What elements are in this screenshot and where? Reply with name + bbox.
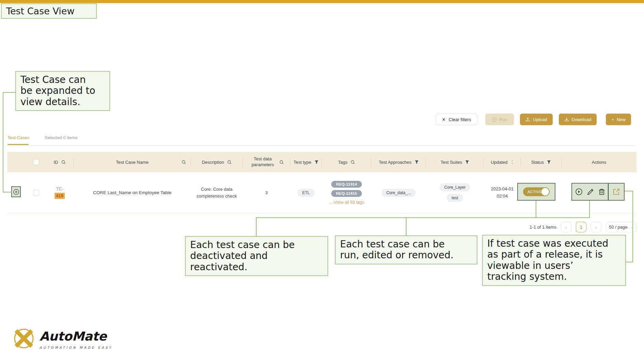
download-label: Download [572, 117, 592, 122]
filter-icon[interactable] [465, 160, 469, 164]
status-toggle-label: ACTIVE [527, 187, 542, 196]
header-updated-label: Updated [491, 160, 507, 165]
release-note: If test case was executed as part of a r… [482, 235, 626, 286]
tabs-divider [7, 145, 637, 146]
row-checkbox-cell [27, 172, 46, 213]
toolbar: ✕ Clear filters Run Upload Download + Ne… [436, 114, 631, 125]
connector-line [632, 191, 633, 262]
run-button[interactable]: Run [485, 114, 514, 125]
header-checkbox-cell [27, 152, 46, 172]
connector-line [589, 201, 590, 218]
clear-icon: ✕ [442, 117, 446, 122]
clear-filters-button[interactable]: ✕ Clear filters [436, 114, 477, 125]
brand-logo: AutoMate AUTOMATION MADE EASY [13, 328, 112, 349]
download-button[interactable]: Download [559, 114, 597, 125]
run-label: Run [500, 117, 508, 122]
test-case-name: CORE Last_Name on Employee Table [74, 172, 191, 213]
row-checkbox[interactable] [33, 190, 39, 196]
sort-icon[interactable] [511, 160, 514, 164]
test-type-pill: ETL [297, 189, 315, 197]
page-size-select[interactable]: 50 / page ⌄ [606, 222, 637, 232]
page-title: Test Case View [6, 6, 74, 16]
upload-icon [525, 117, 530, 122]
updated-date: 2023-04-01 [491, 186, 514, 192]
test-case-description: Core: Core data completeness check [191, 172, 243, 213]
header-suites-label: Test Suites [441, 160, 462, 165]
header-approaches-label: Test Approaches [379, 160, 411, 165]
download-icon [564, 117, 569, 122]
connector-line [256, 217, 590, 218]
tabs-bar: Test Cases Selected 0 items [7, 135, 77, 140]
header-id-label: ID [54, 160, 58, 165]
connector-line [3, 92, 16, 93]
header-id: ID [46, 152, 74, 172]
search-icon[interactable] [279, 160, 284, 164]
brand-name: AutoMate [40, 330, 112, 343]
search-icon[interactable] [61, 160, 66, 164]
select-all-checkbox[interactable] [33, 159, 39, 165]
current-page-button[interactable]: 1 [576, 222, 586, 232]
header-test-data-parameters: Test data parameters [243, 152, 290, 172]
connector-line [3, 192, 12, 192]
connector-line [625, 191, 633, 191]
test-type-cell: ETL [290, 172, 322, 213]
tag-pill: REQ-11915 [331, 190, 362, 197]
expand-plus-button[interactable] [13, 189, 19, 195]
active-tab-underline [7, 144, 29, 145]
header-actions-label: Actions [592, 160, 607, 165]
clear-filters-label: Clear filters [449, 117, 471, 122]
row-id-cell: TC- 419 [46, 172, 74, 213]
header-updated: Updated [484, 152, 521, 172]
top-accent-bar [0, 0, 644, 3]
new-label: New [617, 117, 626, 122]
connector-line [626, 262, 633, 262]
expand-button-highlight [11, 186, 21, 197]
next-page-button[interactable]: › [591, 222, 601, 232]
connector-line [406, 217, 407, 236]
run-test-icon[interactable] [575, 188, 583, 196]
delete-icon[interactable] [598, 188, 605, 196]
page-title-box: Test Case View [1, 3, 97, 19]
actions-highlight [571, 183, 625, 201]
chevron-left-icon: ‹ [565, 224, 567, 230]
filter-icon[interactable] [547, 160, 551, 164]
test-case-id-highlight: 419 [55, 193, 65, 199]
brand-tagline: AUTOMATION MADE EASY [40, 346, 112, 349]
header-status: Status [521, 152, 562, 172]
test-suite-pill: test [447, 194, 463, 202]
test-suite-pill: Core_Layer [440, 183, 471, 191]
filter-icon[interactable] [315, 160, 319, 164]
header-status-label: Status [531, 160, 544, 165]
header-tdp-label: Test data parameters [249, 156, 276, 168]
table-header: ID Test Case Name Description Test data … [7, 152, 637, 172]
pagination: 1-1 of 1 items ‹ 1 › 50 / page ⌄ [530, 222, 637, 232]
header-name-label: Test Case Name [116, 160, 149, 165]
prev-page-button[interactable]: ‹ [561, 222, 571, 232]
upload-button[interactable]: Upload [520, 114, 552, 125]
new-button[interactable]: + New [606, 114, 631, 125]
edit-icon[interactable] [587, 188, 594, 196]
upload-label: Upload [533, 117, 547, 122]
tab-selected-items[interactable]: Selected 0 items [45, 135, 77, 140]
connector-line [256, 217, 257, 236]
search-icon[interactable] [351, 160, 355, 164]
connector-line [3, 92, 3, 192]
search-icon[interactable] [182, 160, 186, 164]
tab-test-cases[interactable]: Test Cases [7, 135, 29, 140]
header-expand-cell [7, 152, 27, 172]
play-circle-icon [492, 117, 497, 122]
test-approach-pill: Core_data_... [382, 189, 416, 197]
connector-line [536, 201, 536, 218]
header-tags: Tags [322, 152, 371, 172]
run-edit-remove-note: Each test case can be run, edited or rem… [335, 235, 477, 264]
filter-icon[interactable] [415, 160, 419, 164]
show-all-tags-link[interactable]: ... show all 93 tags [329, 200, 364, 205]
test-approaches-cell: Core_data_... [371, 172, 426, 213]
search-icon[interactable] [227, 160, 232, 164]
status-toggle-highlight: ACTIVE [517, 183, 555, 201]
status-toggle[interactable]: ACTIVE [523, 187, 550, 196]
expand-note: Test Case can be expanded to view detail… [15, 71, 110, 111]
external-link-icon[interactable] [613, 188, 620, 196]
header-tags-label: Tags [338, 160, 347, 165]
deactivate-note: Each test case can be deactivated and re… [185, 236, 328, 276]
